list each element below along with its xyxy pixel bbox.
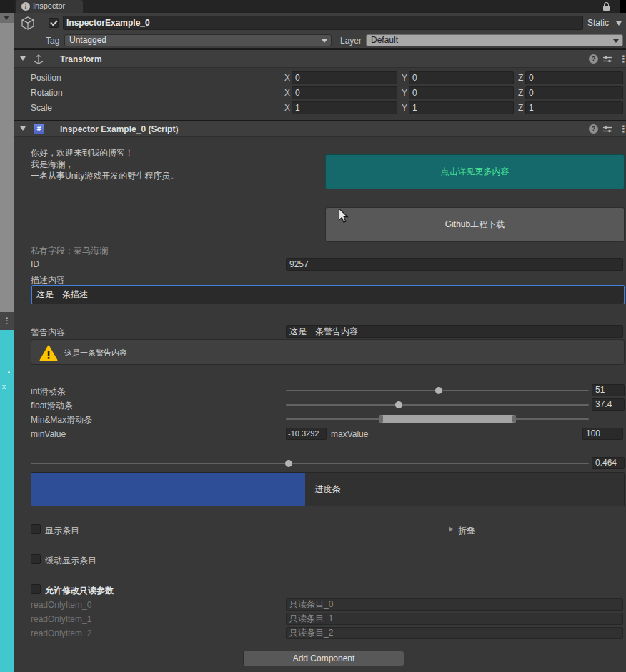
int-slider-handle[interactable] bbox=[435, 387, 442, 394]
description-textarea[interactable]: 这是一条描述 bbox=[31, 285, 625, 304]
layer-dropdown[interactable]: Default bbox=[366, 34, 623, 46]
id-label: ID bbox=[31, 259, 39, 269]
scene-view-strip: ⋮ x bbox=[0, 0, 14, 672]
tag-dropdown[interactable]: Untagged bbox=[64, 34, 332, 46]
scale-x-field[interactable]: 1 bbox=[292, 101, 397, 114]
plain-slider-value-field[interactable]: 0.464 bbox=[592, 457, 625, 469]
position-x-field[interactable]: 0 bbox=[292, 71, 397, 84]
scale-label: Scale bbox=[31, 103, 52, 113]
intro-line: 一名从事Unity游戏开发的野生程序员。 bbox=[31, 170, 179, 181]
name-field[interactable]: InspectorExample_0 bbox=[63, 16, 583, 30]
lock-icon[interactable] bbox=[602, 2, 610, 11]
show-item-checkbox[interactable] bbox=[31, 524, 41, 534]
intro-line: 我是海澜， bbox=[31, 159, 179, 170]
progress-bar: 进度条 bbox=[31, 472, 625, 506]
minmax-slider-range-handle[interactable] bbox=[379, 415, 516, 423]
int-slider-label: int滑动条 bbox=[31, 386, 66, 398]
minmax-slider-track[interactable] bbox=[286, 418, 589, 420]
transform-icon bbox=[33, 54, 44, 65]
scale-z-field[interactable]: 1 bbox=[525, 101, 623, 114]
presets-icon[interactable] bbox=[603, 125, 612, 134]
active-checkbox[interactable] bbox=[49, 18, 59, 28]
script-foldout-icon[interactable] bbox=[20, 126, 26, 131]
axis-x-label: X bbox=[284, 73, 290, 83]
scene-dot bbox=[8, 371, 10, 373]
readonly-item-field: 只读条目_2 bbox=[286, 627, 623, 639]
info-icon: i bbox=[21, 2, 30, 11]
csharp-script-icon: # bbox=[34, 124, 44, 134]
transform-header[interactable]: Transform ? ⋮ bbox=[14, 49, 626, 68]
float-slider-track[interactable] bbox=[286, 404, 589, 406]
add-component-button[interactable]: Add Component bbox=[243, 651, 404, 666]
position-y-field[interactable]: 0 bbox=[409, 71, 514, 84]
plain-slider-handle[interactable] bbox=[285, 460, 292, 467]
vertical-dots-icon: ⋮ bbox=[3, 316, 11, 326]
axis-x-label: X bbox=[284, 103, 290, 113]
layer-value: Default bbox=[371, 35, 398, 45]
intro-text: 你好，欢迎来到我的博客！ 我是海澜， 一名从事Unity游戏开发的野生程序员。 bbox=[31, 147, 179, 181]
position-label: Position bbox=[31, 73, 61, 83]
scale-y-field[interactable]: 1 bbox=[409, 101, 514, 114]
kebab-menu-icon[interactable]: ⋮ bbox=[619, 54, 626, 64]
ease-show-item-checkbox[interactable] bbox=[31, 554, 41, 564]
static-label: Static bbox=[587, 18, 609, 28]
warning-helpbox-text: 这是一条警告内容 bbox=[64, 348, 127, 358]
transform-foldout-icon[interactable] bbox=[20, 56, 26, 61]
help-icon[interactable]: ? bbox=[589, 124, 598, 134]
warning-icon bbox=[39, 345, 58, 361]
strip-collapsed-panel-handle[interactable]: ⋮ bbox=[0, 312, 14, 330]
github-download-button[interactable]: Github工程下载 bbox=[325, 207, 625, 242]
axis-z-label: Z bbox=[518, 103, 523, 113]
unity-inspector-window: ⋮ x i Inspector InspectorExample_0 Stati… bbox=[0, 0, 626, 672]
position-z-field[interactable]: 0 bbox=[525, 71, 623, 84]
float-slider-label: float滑动条 bbox=[31, 400, 73, 412]
int-slider-track[interactable] bbox=[286, 390, 589, 391]
ease-show-item-label: 缓动显示条目 bbox=[45, 555, 96, 567]
max-value-label: maxValue bbox=[331, 429, 368, 439]
float-slider-value-field[interactable]: 37.4 bbox=[592, 398, 625, 411]
id-field[interactable]: 9257 bbox=[286, 258, 623, 271]
more-content-button[interactable]: 点击详见更多内容 bbox=[325, 154, 625, 189]
warning-field[interactable]: 这是一条警告内容 bbox=[286, 325, 623, 338]
mouse-cursor bbox=[338, 208, 349, 224]
strip-dropdown-block[interactable] bbox=[0, 13, 14, 23]
gameobject-header: InspectorExample_0 Static Tag Untagged L… bbox=[14, 13, 626, 49]
help-icon[interactable]: ? bbox=[589, 54, 598, 64]
kebab-menu-icon[interactable]: ⋮ bbox=[619, 124, 626, 134]
fold-foldout[interactable]: 折叠 bbox=[449, 523, 492, 535]
static-dropdown[interactable]: Static bbox=[586, 17, 625, 29]
foldout-arrow-icon bbox=[449, 526, 453, 532]
presets-icon[interactable] bbox=[603, 55, 612, 64]
layer-caret-icon bbox=[613, 39, 619, 43]
axis-z-label: Z bbox=[518, 88, 523, 98]
float-slider-handle[interactable] bbox=[395, 401, 402, 408]
axis-y-label: Y bbox=[402, 88, 407, 98]
static-caret-icon bbox=[616, 21, 622, 26]
axis-y-label: Y bbox=[402, 103, 407, 113]
readonly-item-label: readOnlyItem_2 bbox=[31, 628, 91, 638]
axis-x-label: X bbox=[284, 88, 290, 98]
readonly-item-field: 只读条目_1 bbox=[286, 613, 623, 625]
allow-readonly-edit-checkbox[interactable] bbox=[31, 584, 41, 594]
scene-gizmo-x-label: x bbox=[2, 383, 6, 391]
window-corner bbox=[620, 0, 626, 13]
rotation-z-field[interactable]: 0 bbox=[525, 86, 623, 99]
fold-label: 折叠 bbox=[458, 525, 475, 537]
min-value-label: minValue bbox=[31, 429, 66, 439]
int-slider-value-field[interactable]: 51 bbox=[592, 384, 625, 396]
plain-slider-track[interactable] bbox=[31, 463, 589, 464]
min-value-field[interactable]: -10.3292 bbox=[286, 428, 327, 440]
show-item-label: 显示条目 bbox=[45, 525, 79, 537]
progress-bar-label: 进度条 bbox=[31, 473, 624, 506]
rotation-x-field[interactable]: 0 bbox=[292, 86, 397, 99]
axis-z-label: Z bbox=[518, 73, 523, 83]
strip-scene-gray bbox=[0, 23, 14, 312]
intro-line: 你好，欢迎来到我的博客！ bbox=[31, 147, 179, 159]
allow-readonly-edit-label: 允许修改只读参数 bbox=[45, 585, 114, 597]
max-value-field[interactable]: 100 bbox=[582, 428, 623, 440]
gameobject-cube-icon bbox=[20, 16, 36, 31]
script-header[interactable]: # Inspector Example_0 (Script) ? ⋮ bbox=[14, 120, 626, 137]
inspector-tab[interactable]: i Inspector bbox=[16, 0, 83, 13]
warning-helpbox: 这是一条警告内容 bbox=[31, 339, 625, 365]
rotation-y-field[interactable]: 0 bbox=[409, 86, 514, 99]
